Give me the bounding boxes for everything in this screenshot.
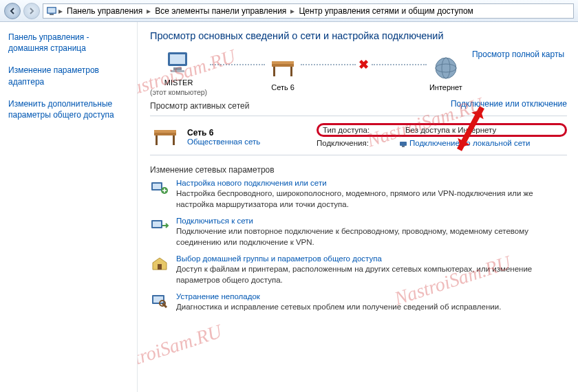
svg-rect-19 [400, 142, 407, 146]
task-title-link[interactable]: Настройка нового подключения или сети [176, 179, 567, 187]
divider [150, 116, 567, 116]
sidebar-adapter-link[interactable]: Изменение параметров адаптера [8, 65, 129, 87]
access-type-row: Тип доступа: Без доступа к Интернету [317, 123, 567, 137]
chevron-right-icon: ▸ [147, 6, 151, 16]
connections-row: Подключения: Подключение по локальной се… [317, 139, 567, 148]
active-networks-label: Просмотр активных сетей [150, 101, 249, 111]
chevron-right-icon: ▸ [290, 6, 295, 16]
task-desc: Подключение или повторное подключение к … [176, 226, 567, 248]
svg-rect-1 [48, 8, 56, 12]
new-connection-icon [150, 179, 169, 197]
globe-icon [431, 54, 461, 82]
address-toolbar: ▸ Панель управления ▸ Все элементы панел… [0, 0, 578, 22]
connections-key: Подключения: [317, 139, 399, 148]
lan-icon [399, 140, 407, 148]
map-node-this-pc: MISTER (этот компьютер) [150, 50, 207, 96]
task-item: Выбор домашней группы и параметров общег… [150, 254, 567, 285]
map-node-network: Сеть 6 [268, 54, 298, 91]
breadcrumb-item[interactable]: Центр управления сетями и общим доступом [296, 6, 476, 16]
connection-broken-icon: ✖ [358, 57, 369, 72]
chevron-right-icon: ▸ [58, 6, 63, 16]
svg-rect-4 [170, 54, 185, 64]
task-item: Подключиться к сети Подключение или повт… [150, 217, 567, 248]
connections-link[interactable]: Подключение по локальной сети [399, 139, 530, 148]
svg-rect-2 [50, 14, 54, 15]
task-title-link[interactable]: Подключиться к сети [176, 217, 567, 225]
network-type-link[interactable]: Общественная сеть [187, 138, 260, 146]
svg-rect-7 [272, 64, 294, 67]
svg-rect-20 [402, 146, 405, 147]
network-params-heading: Изменение сетевых параметров [150, 165, 567, 175]
nav-back-button[interactable] [4, 3, 21, 19]
watermark-text: NastroiSam.RU [138, 320, 224, 379]
task-desc: Настройка беспроводного, широкополосного… [176, 188, 567, 210]
network-map: MISTER (этот компьютер) Сеть 6 ✖ Интерне… [150, 50, 567, 96]
svg-rect-25 [153, 221, 161, 227]
task-title-link[interactable]: Выбор домашней группы и параметров общег… [176, 254, 567, 263]
map-node-internet: Интернет [429, 54, 462, 91]
troubleshoot-icon [150, 292, 169, 310]
connect-disconnect-link[interactable]: Подключение или отключение [451, 99, 567, 109]
network-name: Сеть 6 [187, 128, 260, 138]
breadcrumb-item[interactable]: Все элементы панели управления [152, 6, 289, 16]
svg-rect-17 [156, 135, 158, 145]
map-node-label: Интернет [429, 83, 462, 91]
svg-rect-6 [171, 70, 184, 72]
svg-rect-9 [273, 67, 275, 76]
view-full-map-link[interactable]: Просмотр полной карты [472, 50, 564, 59]
content-area: Просмотр основных сведений о сети и наст… [138, 22, 578, 392]
access-type-key: Тип доступа: [323, 126, 405, 134]
bench-icon [268, 54, 298, 82]
task-item: Устранение неполадок Диагностика и испра… [150, 292, 567, 313]
breadcrumb-item[interactable]: Панель управления [64, 6, 145, 16]
homegroup-icon [150, 254, 169, 272]
breadcrumb-bar[interactable]: ▸ Панель управления ▸ Все элементы панел… [43, 3, 574, 19]
connect-network-icon [150, 217, 169, 235]
task-title-link[interactable]: Устранение неполадок [176, 292, 501, 301]
svg-rect-28 [153, 296, 163, 303]
svg-rect-15 [154, 133, 176, 135]
page-heading: Просмотр основных сведений о сети и наст… [150, 30, 567, 41]
sidebar-sharing-link[interactable]: Изменить дополнительные параметры общего… [8, 98, 129, 120]
connection-line [372, 64, 427, 65]
active-network-block: Сеть 6 Общественная сеть Тип доступа: Бе… [150, 123, 567, 151]
connection-line [301, 64, 356, 65]
svg-rect-5 [173, 67, 182, 70]
map-node-label: Сеть 6 [271, 83, 295, 91]
bench-icon [150, 123, 180, 151]
svg-rect-26 [158, 264, 162, 270]
svg-rect-18 [173, 135, 175, 145]
svg-rect-10 [290, 67, 292, 76]
map-node-sublabel: (этот компьютер) [150, 88, 207, 96]
computer-icon [164, 50, 194, 77]
sidebar: Панель управления - домашняя страница Из… [0, 22, 138, 392]
svg-rect-8 [272, 61, 294, 64]
control-panel-icon [46, 6, 57, 17]
nav-forward-button[interactable] [23, 3, 40, 19]
access-type-value: Без доступа к Интернету [405, 126, 496, 134]
sidebar-home-link[interactable]: Панель управления - домашняя страница [8, 32, 129, 54]
task-desc: Диагностика и исправление сетевых пробле… [176, 302, 501, 313]
divider [150, 155, 567, 155]
svg-rect-16 [154, 130, 176, 133]
task-item: Настройка нового подключения или сети На… [150, 179, 567, 210]
task-desc: Доступ к файлам и принтерам, расположенн… [176, 264, 567, 285]
map-node-label: MISTER [164, 78, 193, 87]
connection-line [210, 64, 265, 65]
svg-rect-22 [153, 184, 161, 189]
